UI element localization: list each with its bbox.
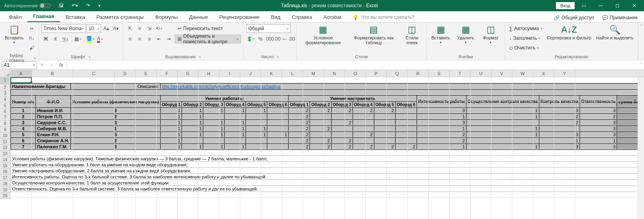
tab-formulas[interactable]: Формулы: [149, 12, 184, 22]
row-header-17[interactable]: 17: [0, 175, 10, 181]
cancel-formula-icon[interactable]: ✕: [37, 62, 47, 68]
align-right-button[interactable]: ≡: [145, 35, 154, 43]
row-header-14[interactable]: 14: [0, 157, 10, 163]
col-header-R[interactable]: R: [408, 70, 429, 77]
tell-me-search[interactable]: 💡 Что вы хотите сделать?: [347, 12, 420, 22]
select-all-corner[interactable]: [0, 70, 10, 77]
decrease-indent-button[interactable]: ⇤: [155, 35, 163, 43]
qat-customize-icon[interactable]: ▾: [96, 2, 103, 9]
col-header-X[interactable]: X: [533, 70, 554, 77]
row-header-13[interactable]: 13: [0, 151, 10, 157]
tab-data[interactable]: Данные: [184, 12, 214, 22]
row-header-1[interactable]: 1: [0, 77, 10, 84]
accounting-format-button[interactable]: 💲: [246, 35, 255, 43]
row-header-11[interactable]: 11: [0, 139, 10, 145]
wrap-text-button[interactable]: ↩Переносить текст: [175, 24, 226, 33]
number-format-combo[interactable]: Общий▾: [246, 24, 291, 33]
undo-icon[interactable]: ↶▾: [69, 2, 80, 9]
decrease-font-button[interactable]: A▾: [111, 24, 120, 33]
align-top-button[interactable]: ⇱: [126, 24, 134, 33]
orientation-button[interactable]: ⟲: [155, 24, 163, 33]
col-header-I[interactable]: I: [219, 70, 240, 77]
row-header-15[interactable]: 15: [0, 163, 10, 169]
row-header-2[interactable]: 2: [0, 84, 10, 90]
row-header-4[interactable]: 4: [0, 96, 10, 102]
close-icon[interactable]: ✕: [626, 0, 642, 11]
delete-cells-button[interactable]: ▦Удалить▾: [454, 24, 477, 45]
col-header-T[interactable]: T: [450, 70, 471, 77]
col-header-F[interactable]: F: [157, 70, 178, 77]
col-header-Y[interactable]: Y: [554, 70, 575, 77]
tab-help[interactable]: Справка: [286, 12, 318, 22]
vertical-scrollbar[interactable]: [638, 77, 644, 219]
row-header-8[interactable]: 8: [0, 121, 10, 127]
dialog-launcher-icon[interactable]: ↘: [276, 55, 279, 59]
col-header-D[interactable]: D: [115, 70, 136, 77]
col-header-C[interactable]: C: [73, 70, 115, 77]
comments-button[interactable]: 💬Примечания: [599, 13, 641, 22]
clear-button[interactable]: ◇Очистить▾: [508, 43, 540, 52]
col-header-S[interactable]: S: [429, 70, 450, 77]
autosum-button[interactable]: ∑Автосумма▾: [508, 24, 544, 33]
increase-decimal-button[interactable]: .00→: [275, 35, 284, 43]
maximize-icon[interactable]: ◻: [609, 0, 625, 11]
minimize-icon[interactable]: —: [592, 0, 609, 11]
ribbon-options-icon[interactable]: ▭: [576, 0, 592, 11]
tab-layout[interactable]: Разметка страницы: [91, 12, 149, 22]
tab-insert[interactable]: Вставка: [60, 12, 91, 22]
cut-button[interactable]: ✂: [27, 24, 36, 33]
font-size-combo[interactable]: 10▾: [87, 24, 101, 33]
fill-button[interactable]: ↓Заполнить▾: [508, 34, 542, 43]
format-as-table-button[interactable]: ▤Форматировать как таблицу: [349, 24, 398, 46]
bold-button[interactable]: Ж: [41, 35, 50, 43]
tab-review[interactable]: Рецензирование: [214, 12, 265, 22]
formula-input[interactable]: ˅: [66, 61, 644, 69]
col-header-J[interactable]: J: [240, 70, 261, 77]
font-name-combo[interactable]: Times New Roma▾: [41, 24, 86, 33]
col-header-G[interactable]: G: [178, 70, 198, 77]
row-header-10[interactable]: 10: [0, 133, 10, 139]
description-link[interactable]: http://exceltable.com/otchety/koefficien…: [162, 84, 281, 89]
copy-button[interactable]: ⎘▾: [27, 34, 36, 43]
comma-button[interactable]: 000: [266, 35, 275, 43]
sort-filter-button[interactable]: A↓ZСортировка и фильтр: [545, 24, 593, 41]
cell-styles-button[interactable]: ◫Стили ячеек: [400, 24, 424, 46]
row-header-12[interactable]: 12: [0, 145, 10, 151]
col-header-M[interactable]: M: [303, 70, 324, 77]
spreadsheet-grid[interactable]: 1234567891011121314151617181920 ABCDEFGH…: [0, 70, 644, 219]
row-header-5[interactable]: 5: [0, 102, 10, 108]
row-header-19[interactable]: 19: [0, 187, 10, 193]
row-header-6[interactable]: 6: [0, 108, 10, 115]
col-header-P[interactable]: P: [366, 70, 387, 77]
row-header-3[interactable]: 3: [0, 90, 10, 96]
dialog-launcher-icon[interactable]: ↘: [198, 55, 201, 59]
insert-cells-button[interactable]: ▦Вставить▾: [429, 24, 452, 45]
col-header-W[interactable]: W: [512, 70, 533, 77]
row-header-7[interactable]: 7: [0, 115, 10, 121]
col-header-L[interactable]: L: [282, 70, 303, 77]
enter-formula-icon[interactable]: ✓: [47, 62, 56, 68]
row-header-20[interactable]: 20: [0, 193, 10, 199]
share-button[interactable]: 🔗Общий доступ: [551, 13, 597, 22]
dialog-launcher-icon[interactable]: ↘: [88, 55, 91, 59]
expand-formula-icon[interactable]: ˅: [640, 62, 642, 67]
italic-button[interactable]: К: [51, 35, 60, 43]
fx-icon[interactable]: fx: [56, 62, 66, 68]
row-header-18[interactable]: 18: [0, 181, 10, 187]
redo-icon[interactable]: ↷: [84, 2, 93, 9]
sign-in-button[interactable]: Вход: [556, 2, 575, 9]
col-header-A[interactable]: A: [10, 70, 32, 77]
col-header-U[interactable]: U: [471, 70, 491, 77]
col-header-E[interactable]: E: [136, 70, 157, 77]
format-painter-button[interactable]: 🖌: [27, 43, 36, 52]
decrease-decimal-button[interactable]: ←.00: [285, 35, 294, 43]
conditional-formatting-button[interactable]: ▦Условное форматирование: [299, 24, 347, 46]
fill-color-button[interactable]: 🪣: [86, 35, 95, 43]
align-bottom-button[interactable]: ⇲: [145, 24, 154, 33]
col-header-H[interactable]: H: [198, 70, 219, 77]
tab-acrobat[interactable]: Acrobat: [318, 12, 347, 22]
collapse-ribbon-icon[interactable]: ˄: [640, 24, 642, 30]
underline-button[interactable]: Ч: [61, 35, 70, 43]
col-header-V[interactable]: V: [491, 70, 512, 77]
col-header-N[interactable]: N: [324, 70, 345, 77]
